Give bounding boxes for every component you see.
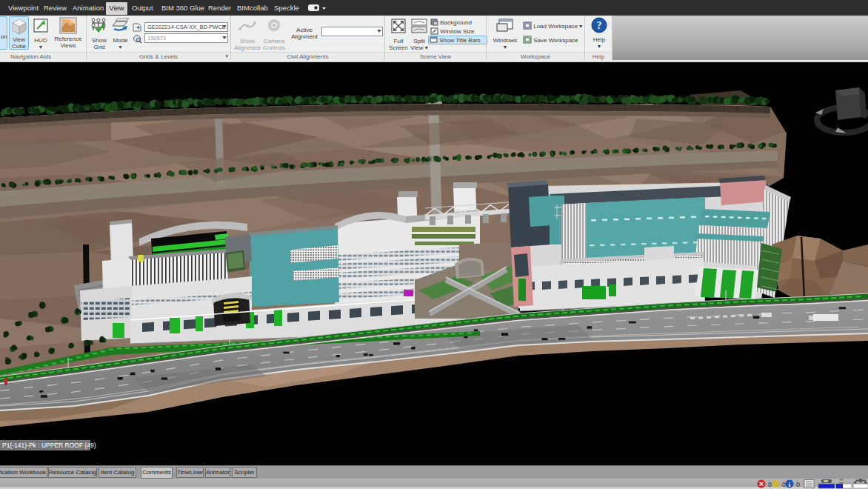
svg-text:P1(-141)-Pk : UPPER ROOF (49): P1(-141)-Pk : UPPER ROOF (49) <box>2 442 96 449</box>
svg-text:0: 0 <box>796 481 800 488</box>
svg-text:0: 0 <box>768 481 772 488</box>
svg-text:0: 0 <box>782 481 786 488</box>
svg-text:?: ? <box>597 20 602 31</box>
